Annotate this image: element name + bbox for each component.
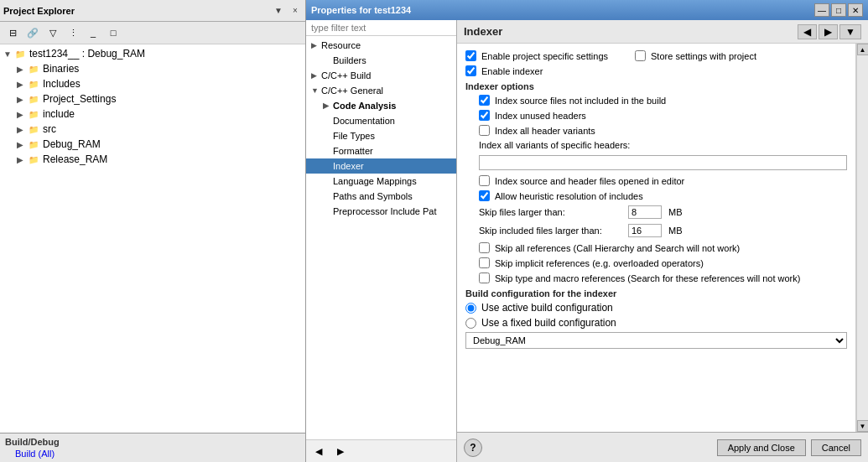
index-unused-checkbox[interactable] (479, 110, 490, 121)
tree-forward-btn[interactable]: ▶ (331, 442, 350, 460)
apply-close-button[interactable]: Apply and Close (717, 439, 806, 456)
project-tree: ▼ 📁 test1234__ : Debug_RAM ▶ 📁 Binaries … (0, 44, 305, 433)
indexer-options-section: Index source files not included in the b… (479, 95, 847, 283)
build-debug-section: Build/Debug Build (All) (0, 433, 305, 462)
index-source-label: Index source files not included in the b… (495, 96, 666, 106)
dialog-minimize-btn[interactable]: — (814, 3, 829, 17)
tree-label: src (43, 123, 56, 135)
scroll-up-btn[interactable]: ▲ (857, 44, 869, 55)
view-menu-btn[interactable]: ⋮ (64, 23, 82, 42)
use-active-radio[interactable] (465, 303, 476, 314)
help-button[interactable]: ? (464, 439, 482, 457)
dialog-tree-item-documentation[interactable]: Documentation (306, 113, 456, 128)
build-config-section: Build configuration for the indexer Use … (465, 288, 847, 349)
dtree-label: Indexer (333, 161, 364, 171)
tree-item-debug_ram[interactable]: ▶ 📁 Debug_RAM (0, 137, 305, 152)
dtree-label: Documentation (333, 116, 395, 126)
tree-item-release_ram[interactable]: ▶ 📁 Release_RAM (0, 152, 305, 167)
folder-icon: 📁 (27, 123, 40, 135)
dialog-tree-item-preprocessor_include[interactable]: Preprocessor Include Pat (306, 204, 456, 219)
tree-arrow: ▶ (17, 110, 27, 119)
use-fixed-row: Use a fixed build configuration (465, 317, 847, 329)
skip-all-refs-checkbox[interactable] (479, 242, 490, 253)
index-specific-input[interactable] (479, 155, 847, 170)
dtree-label: File Types (333, 131, 375, 141)
folder-icon: 📁 (27, 63, 40, 75)
dialog-window-controls: — □ ✕ (814, 3, 863, 17)
enable-specific-label: Enable project specific settings (481, 51, 608, 61)
scroll-track[interactable] (858, 55, 868, 420)
filter-btn[interactable]: ▽ (44, 23, 62, 42)
skip-included-row: Skip included files larger than: MB (479, 224, 847, 237)
dialog-close-btn[interactable]: ✕ (848, 3, 863, 17)
skip-all-refs-row: Skip all references (Call Hierarchy and … (479, 242, 847, 253)
nav-forward-btn[interactable]: ▶ (819, 24, 838, 39)
tree-arrow: ▶ (17, 80, 27, 89)
tree-item-src[interactable]: ▶ 📁 src (0, 122, 305, 137)
skip-implicit-checkbox[interactable] (479, 257, 490, 268)
enable-specific-checkbox[interactable] (465, 50, 476, 61)
store-settings-checkbox[interactable] (635, 50, 646, 61)
tree-item-project_settings[interactable]: ▶ 📁 Project_Settings (0, 91, 305, 106)
folder-icon: 📁 (27, 78, 40, 90)
index-all-header-checkbox[interactable] (479, 125, 490, 136)
nav-back-btn[interactable]: ◀ (798, 24, 817, 39)
dialog-tree-item-resource[interactable]: ▶ Resource (306, 38, 456, 53)
tree-item-project[interactable]: ▼ 📁 test1234__ : Debug_RAM (0, 46, 305, 61)
tree-item-include[interactable]: ▶ 📁 include (0, 106, 305, 122)
filter-input[interactable] (306, 20, 456, 36)
dtree-label: Language Mappings (333, 176, 417, 186)
enable-indexer-checkbox[interactable] (465, 65, 476, 76)
dialog-tree-item-code_analysis[interactable]: ▶ Code Analysis (306, 98, 456, 113)
panel-title: Project Explorer (3, 6, 268, 16)
skip-type-macro-row: Skip type and macro references (Search f… (479, 273, 847, 283)
store-settings-label: Store settings with project (651, 51, 756, 61)
use-fixed-radio[interactable] (465, 318, 476, 329)
use-active-label: Use active build configuration (481, 302, 613, 314)
build-all-item[interactable]: Build (All) (5, 449, 300, 459)
dialog-tree-item-paths_and_symbols[interactable]: Paths and Symbols (306, 189, 456, 204)
tree-label: Release_RAM (43, 153, 107, 165)
skip-included-input[interactable] (628, 224, 662, 237)
content-header: Indexer ◀ ▶ ▼ (457, 20, 868, 44)
skip-included-unit: MB (668, 226, 683, 236)
allow-heuristic-checkbox[interactable] (479, 190, 490, 201)
nav-menu-btn[interactable]: ▼ (839, 24, 861, 39)
dialog-tree-item-formatter[interactable]: Formatter (306, 143, 456, 158)
cancel-button[interactable]: Cancel (811, 439, 861, 456)
skip-type-macro-label: Skip type and macro references (Search f… (495, 273, 800, 283)
dialog-body: ▶ Resource Builders ▶ C/C++ Build ▼ C/C+… (306, 20, 868, 462)
tree-item-binaries[interactable]: ▶ 📁 Binaries (0, 61, 305, 76)
index-source-editor-checkbox[interactable] (479, 175, 490, 186)
content-scrollbar[interactable]: ▲ ▼ (856, 44, 868, 432)
content-with-scroll: Enable project specific settings Store s… (457, 44, 868, 432)
skip-type-macro-checkbox[interactable] (479, 273, 490, 283)
build-debug-title: Build/Debug (5, 437, 300, 447)
dialog-tree-item-indexer[interactable]: Indexer (306, 158, 456, 174)
enable-indexer-row: Enable indexer (465, 65, 847, 76)
scroll-down-btn[interactable]: ▼ (857, 420, 869, 432)
dialog-tree-item-language_mappings[interactable]: Language Mappings (306, 174, 456, 189)
dtree-label: Resource (321, 40, 361, 50)
link-editor-btn[interactable]: 🔗 (23, 23, 42, 42)
index-source-checkbox[interactable] (479, 95, 490, 106)
folder-icon: 📁 (13, 48, 27, 60)
collapse-all-btn[interactable]: ⊟ (3, 23, 22, 42)
dialog-tree-bottom: ◀ ▶ (306, 439, 456, 462)
tree-back-btn[interactable]: ◀ (309, 442, 328, 460)
panel-menu-btn[interactable]: ▼ (272, 4, 285, 18)
enable-indexer-label: Enable indexer (481, 66, 543, 76)
max-btn[interactable]: □ (104, 23, 122, 42)
min-btn[interactable]: _ (84, 23, 102, 42)
index-unused-row: Index unused headers (479, 110, 847, 121)
dialog-tree-item-cpp_general[interactable]: ▼ C/C++ General (306, 83, 456, 98)
dialog-tree-item-builders[interactable]: Builders (306, 53, 456, 68)
dialog-tree-item-cpp_build[interactable]: ▶ C/C++ Build (306, 68, 456, 83)
panel-close-btn[interactable]: × (288, 4, 302, 18)
tree-item-includes[interactable]: ▶ 📁 Includes (0, 76, 305, 91)
tree-label: Binaries (43, 63, 79, 75)
skip-files-input[interactable] (628, 205, 662, 219)
dialog-tree-item-file_types[interactable]: File Types (306, 128, 456, 143)
config-dropdown[interactable]: Debug_RAM (465, 332, 847, 349)
dialog-restore-btn[interactable]: □ (831, 3, 846, 17)
